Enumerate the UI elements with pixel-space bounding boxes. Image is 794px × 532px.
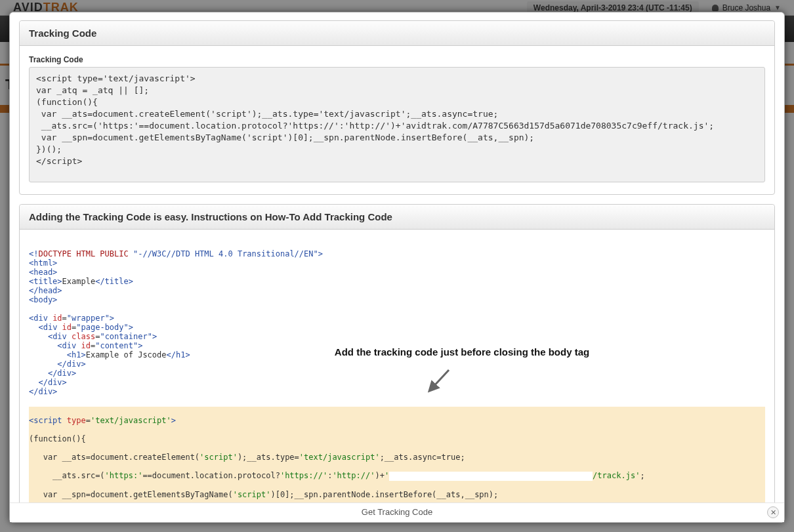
example-h1: Example of Jscode (86, 350, 167, 359)
svg-line-0 (432, 370, 449, 388)
tracking-code-panel-header: Tracking Code (20, 21, 774, 46)
tracking-code-panel: Tracking Code Tracking Code (19, 20, 775, 195)
instructions-panel-header: Adding the Tracking Code is easy. Instru… (20, 205, 774, 230)
code-example: <!DOCTYPE HTML PUBLIC "-//W3C//DTD HTML … (29, 239, 765, 502)
track-suffix: /track.js (593, 471, 635, 480)
tracking-code-textarea[interactable] (29, 67, 765, 182)
modal-scroll-area[interactable]: Tracking Code Tracking Code Adding the T… (10, 12, 784, 502)
get-tracking-code-link[interactable]: Get Tracking Code (362, 507, 432, 517)
instructions-panel: Adding the Tracking Code is easy. Instru… (19, 204, 775, 502)
tracking-code-label: Tracking Code (29, 55, 765, 64)
highlighted-script-block: <script type='text/javascript'> (functio… (29, 407, 765, 502)
tracking-code-modal: Tracking Code Tracking Code Adding the T… (9, 12, 785, 523)
modal-footer: Get Tracking Code ✕ (10, 502, 784, 522)
annotation-text: Add the tracking code just before closin… (311, 348, 613, 357)
example-title: Example (62, 277, 96, 286)
close-icon[interactable]: ✕ (767, 506, 779, 518)
arrow-icon (427, 367, 453, 394)
